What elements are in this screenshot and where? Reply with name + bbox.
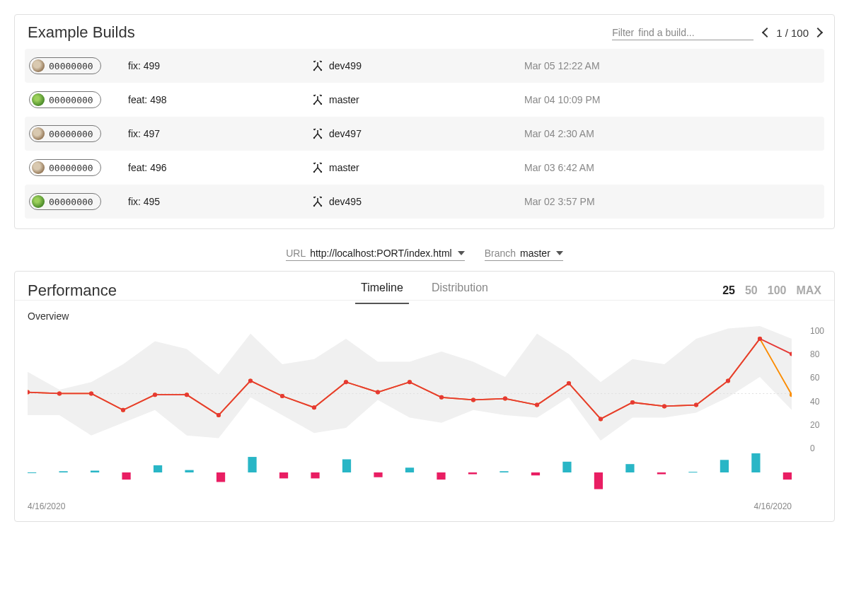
filter-label: Filter (612, 27, 634, 38)
build-row[interactable]: 00000000feat: 496masterMar 03 6:42 AM (25, 151, 824, 185)
svg-rect-66 (185, 470, 193, 472)
diff-chart (15, 453, 834, 496)
range-option-100[interactable]: 100 (768, 284, 787, 297)
filter-box[interactable]: Filter (612, 25, 753, 40)
branch-cell: dev499 (312, 60, 524, 71)
commit-pill[interactable]: 00000000 (29, 57, 101, 74)
svg-point-50 (471, 397, 475, 402)
svg-point-39 (121, 408, 125, 412)
svg-point-59 (758, 337, 762, 341)
commit-pill[interactable]: 00000000 (29, 91, 101, 108)
branch-cell: master (312, 94, 524, 105)
svg-rect-72 (374, 472, 382, 477)
range-option-max[interactable]: MAX (796, 284, 821, 297)
svg-point-42 (216, 413, 221, 417)
build-row[interactable]: 00000000fix: 495dev495Mar 02 3:57 PM (25, 185, 824, 219)
svg-rect-78 (562, 462, 571, 472)
commit-hash: 00000000 (49, 163, 93, 173)
svg-point-51 (503, 397, 507, 401)
range-option-25[interactable]: 25 (722, 284, 735, 297)
svg-rect-71 (342, 459, 351, 472)
svg-rect-85 (783, 472, 792, 480)
commit-pill[interactable]: 00000000 (29, 193, 101, 210)
svg-rect-76 (499, 471, 508, 472)
svg-point-49 (439, 395, 444, 400)
pager-text: 1 / 100 (776, 27, 809, 39)
commit-message: fix: 497 (128, 128, 312, 139)
avatar-icon (32, 161, 45, 174)
branch-name: dev499 (329, 60, 362, 71)
build-hash-cell: 00000000 (29, 159, 128, 176)
y-tick: 60 (810, 373, 824, 383)
url-select-value: http://localhost:PORT/index.html (310, 248, 452, 259)
tab-timeline[interactable]: Timeline (355, 277, 409, 304)
svg-rect-75 (468, 472, 477, 475)
commit-hash: 00000000 (49, 95, 93, 105)
build-row[interactable]: 00000000feat: 498masterMar 04 10:09 PM (25, 83, 824, 117)
svg-point-5 (320, 137, 322, 139)
svg-point-48 (408, 380, 412, 384)
build-row[interactable]: 00000000fix: 499dev499Mar 05 12:22 AM (25, 49, 824, 83)
avatar-icon (32, 93, 45, 106)
branch-icon (312, 196, 323, 207)
svg-rect-63 (91, 470, 99, 472)
branch-select-label: Branch (485, 248, 516, 259)
url-select[interactable]: URL http://localhost:PORT/index.html (286, 246, 465, 261)
branch-name: dev495 (329, 196, 362, 207)
build-row[interactable]: 00000000fix: 497dev497Mar 04 2:30 AM (25, 117, 824, 151)
build-date: Mar 05 12:22 AM (524, 60, 820, 71)
build-date: Mar 03 6:42 AM (524, 162, 820, 173)
svg-point-8 (313, 205, 315, 207)
svg-point-9 (320, 205, 322, 207)
commit-pill[interactable]: 00000000 (29, 159, 101, 176)
branch-select-value: master (520, 248, 550, 259)
tab-distribution[interactable]: Distribution (426, 277, 494, 304)
pager-next-icon[interactable] (813, 28, 823, 37)
performance-card: Performance Timeline Distribution 255010… (14, 271, 835, 522)
build-list: 00000000fix: 499dev499Mar 05 12:22 AM000… (15, 49, 834, 228)
y-tick: 80 (810, 349, 824, 359)
build-date: Mar 04 10:09 PM (524, 94, 820, 105)
perf-tabs: Timeline Distribution (355, 277, 494, 304)
performance-header: Performance Timeline Distribution 255010… (15, 272, 834, 300)
branch-select[interactable]: Branch master (485, 246, 563, 261)
range-option-50[interactable]: 50 (745, 284, 758, 297)
branch-cell: dev497 (312, 128, 524, 139)
branch-name: master (329, 162, 359, 173)
pager-prev-icon[interactable] (762, 28, 772, 37)
avatar-icon (32, 195, 45, 208)
svg-rect-64 (122, 472, 130, 480)
svg-point-57 (694, 403, 698, 407)
commit-pill[interactable]: 00000000 (29, 125, 101, 142)
builds-card: Example Builds Filter 1 / 100 00000000fi… (14, 14, 835, 229)
svg-rect-82 (688, 472, 697, 472)
builds-header: Example Builds Filter 1 / 100 (15, 15, 834, 49)
svg-point-47 (376, 390, 380, 395)
y-tick: 100 (810, 326, 824, 336)
performance-title: Performance (28, 281, 117, 300)
url-select-label: URL (286, 248, 306, 259)
x-axis-labels: 4/16/2020 4/16/2020 (15, 496, 834, 521)
svg-rect-62 (59, 471, 67, 472)
y-tick: 40 (810, 397, 824, 407)
svg-rect-84 (751, 453, 760, 472)
commit-message: feat: 496 (128, 162, 312, 173)
svg-rect-77 (531, 472, 540, 475)
svg-point-4 (313, 137, 315, 139)
svg-rect-73 (405, 467, 414, 472)
svg-rect-68 (248, 457, 256, 472)
svg-rect-80 (625, 464, 634, 472)
avatar-icon (32, 127, 45, 140)
commit-message: feat: 498 (128, 94, 312, 105)
chevron-down-icon (458, 251, 465, 255)
svg-rect-69 (279, 472, 288, 478)
svg-point-3 (320, 103, 322, 105)
branch-icon (312, 128, 323, 139)
branch-icon (312, 162, 323, 173)
branch-icon (312, 94, 323, 105)
commit-hash: 00000000 (49, 61, 93, 71)
filter-input[interactable] (638, 27, 723, 38)
svg-rect-67 (216, 472, 225, 482)
overview-chart: 100806040200 (15, 326, 834, 453)
branch-name: dev497 (329, 128, 362, 139)
